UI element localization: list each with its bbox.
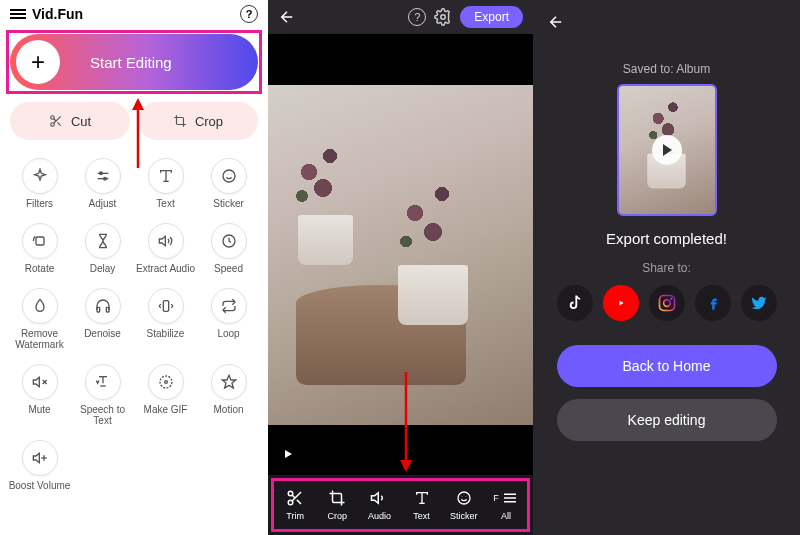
tool-boost-volume[interactable]: Boost Volume bbox=[8, 434, 71, 497]
editor-header: ? Export bbox=[268, 0, 533, 34]
tool-stabilize[interactable]: Stabilize bbox=[134, 282, 197, 356]
tool-label: Rotate bbox=[25, 263, 54, 274]
svg-point-55 bbox=[670, 297, 672, 299]
scissors-icon bbox=[286, 489, 304, 507]
toolbar-audio[interactable]: Audio bbox=[358, 489, 400, 521]
tool-label: Adjust bbox=[89, 198, 117, 209]
app-title: Vid.Fun bbox=[32, 6, 83, 22]
loop-icon bbox=[211, 288, 247, 324]
speed-icon bbox=[211, 223, 247, 259]
tool-label: Make GIF bbox=[144, 404, 188, 415]
tool-delay[interactable]: Delay bbox=[71, 217, 134, 280]
crop-button[interactable]: Crop bbox=[138, 102, 258, 140]
svg-rect-18 bbox=[106, 307, 109, 312]
settings-icon[interactable] bbox=[434, 8, 452, 26]
share-twitter[interactable] bbox=[741, 285, 777, 321]
share-row bbox=[557, 285, 777, 321]
svg-line-4 bbox=[54, 119, 56, 121]
editor-toolbar: TrimCropAudioTextStickerFAll bbox=[268, 475, 533, 535]
toolbar-crop[interactable]: Crop bbox=[316, 489, 358, 521]
toolbar-all[interactable]: FAll bbox=[485, 489, 527, 521]
speech-icon bbox=[85, 364, 121, 400]
text-icon bbox=[148, 158, 184, 194]
tool-speed[interactable]: Speed bbox=[197, 217, 260, 280]
video-thumbnail[interactable] bbox=[617, 84, 717, 216]
start-editing-label: Start Editing bbox=[90, 54, 172, 71]
toolbar-label: Trim bbox=[286, 511, 304, 521]
tool-grid: FiltersAdjustTextStickerRotateDelayExtra… bbox=[0, 148, 268, 501]
plus-icon: + bbox=[16, 40, 60, 84]
tool-mute[interactable]: Mute bbox=[8, 358, 71, 432]
tool-label: Speed bbox=[214, 263, 243, 274]
share-youtube[interactable] bbox=[603, 285, 639, 321]
back-icon[interactable] bbox=[547, 13, 565, 31]
tool-label: Mute bbox=[28, 404, 50, 415]
tool-motion[interactable]: Motion bbox=[197, 358, 260, 432]
svg-marker-28 bbox=[33, 453, 39, 462]
crop-icon bbox=[173, 114, 187, 128]
sparkle-icon bbox=[22, 158, 58, 194]
svg-line-39 bbox=[292, 495, 295, 498]
svg-rect-14 bbox=[36, 237, 44, 245]
tool-label: Motion bbox=[213, 404, 243, 415]
tool-filters[interactable]: Filters bbox=[8, 152, 71, 215]
keep-editing-button[interactable]: Keep editing bbox=[557, 399, 777, 441]
home-panel: Vid.Fun ? + Start Editing Cut Crop Filte… bbox=[0, 0, 268, 535]
gif-icon bbox=[148, 364, 184, 400]
tool-adjust[interactable]: Adjust bbox=[71, 152, 134, 215]
tool-sticker[interactable]: Sticker bbox=[197, 152, 260, 215]
tool-speech-to-text[interactable]: Speech to Text bbox=[71, 358, 134, 432]
audio-icon bbox=[370, 489, 388, 507]
cut-button[interactable]: Cut bbox=[10, 102, 130, 140]
headphones-icon bbox=[85, 288, 121, 324]
tool-label: Loop bbox=[217, 328, 239, 339]
drop-icon bbox=[22, 288, 58, 324]
svg-point-34 bbox=[441, 15, 446, 20]
toolbar-trim[interactable]: Trim bbox=[274, 489, 316, 521]
tool-make-gif[interactable]: Make GIF bbox=[134, 358, 197, 432]
tool-label: Delay bbox=[90, 263, 116, 274]
tool-label: Boost Volume bbox=[9, 480, 71, 491]
cut-label: Cut bbox=[71, 114, 91, 129]
share-instagram[interactable] bbox=[649, 285, 685, 321]
svg-point-0 bbox=[51, 116, 55, 120]
share-tiktok[interactable] bbox=[557, 285, 593, 321]
home-header: Vid.Fun ? bbox=[0, 0, 268, 28]
svg-marker-27 bbox=[222, 375, 235, 388]
svg-point-25 bbox=[160, 376, 172, 388]
cut-crop-row: Cut Crop bbox=[10, 102, 258, 140]
export-button[interactable]: Export bbox=[460, 6, 523, 28]
tool-denoise[interactable]: Denoise bbox=[71, 282, 134, 356]
toolbar-label: Text bbox=[413, 511, 430, 521]
svg-line-38 bbox=[297, 500, 301, 504]
back-to-home-button[interactable]: Back to Home bbox=[557, 345, 777, 387]
tool-loop[interactable]: Loop bbox=[197, 282, 260, 356]
back-icon[interactable] bbox=[278, 8, 296, 26]
tool-rotate[interactable]: Rotate bbox=[8, 217, 71, 280]
video-preview[interactable] bbox=[268, 34, 533, 475]
start-editing-button[interactable]: + Start Editing bbox=[10, 34, 258, 90]
scissors-icon bbox=[49, 114, 63, 128]
share-to-label: Share to: bbox=[642, 261, 691, 275]
toolbar-label: All bbox=[501, 511, 511, 521]
tool-extract-audio[interactable]: Extract Audio bbox=[134, 217, 197, 280]
motion-icon bbox=[211, 364, 247, 400]
svg-marker-15 bbox=[159, 236, 165, 245]
toolbar-sticker[interactable]: Sticker bbox=[443, 489, 485, 521]
export-completed-label: Export completed! bbox=[606, 230, 727, 247]
help-icon[interactable]: ? bbox=[408, 8, 426, 26]
tool-remove-watermark[interactable]: Remove Watermark bbox=[8, 282, 71, 356]
crop-label: Crop bbox=[195, 114, 223, 129]
menu-icon: F bbox=[493, 489, 519, 507]
smile-icon bbox=[211, 158, 247, 194]
toolbar-text[interactable]: Text bbox=[401, 489, 443, 521]
rotate-icon bbox=[22, 223, 58, 259]
share-facebook[interactable] bbox=[695, 285, 731, 321]
play-button[interactable] bbox=[276, 443, 298, 465]
tool-text[interactable]: Text bbox=[134, 152, 197, 215]
tool-label: Denoise bbox=[84, 328, 121, 339]
help-icon[interactable]: ? bbox=[240, 5, 258, 23]
svg-rect-19 bbox=[163, 301, 168, 312]
toolbar-label: Audio bbox=[368, 511, 391, 521]
menu-icon[interactable] bbox=[10, 9, 26, 19]
